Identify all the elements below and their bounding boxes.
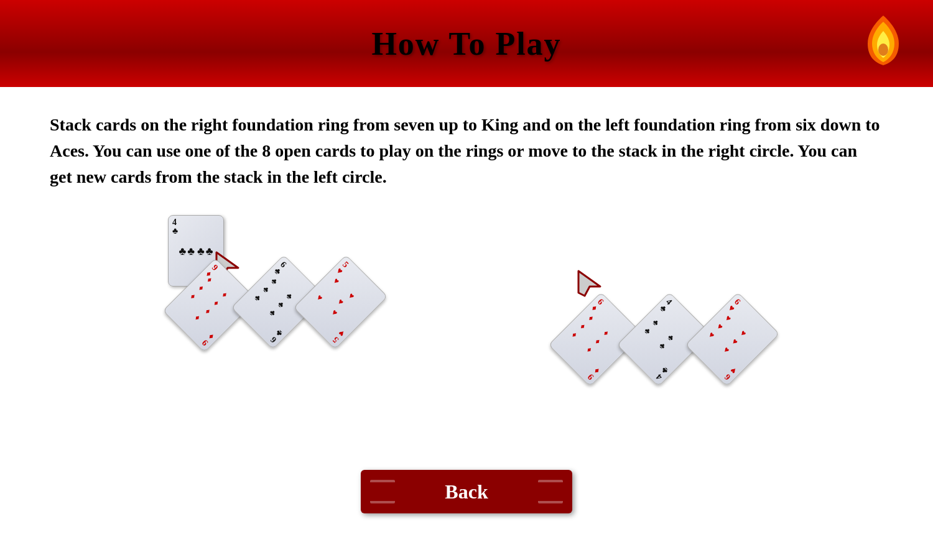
card-rank-top: 6♦ bbox=[590, 297, 605, 313]
instructions-text: Stack cards on the right foundation ring… bbox=[50, 112, 883, 190]
main-content: Stack cards on the right foundation ring… bbox=[0, 87, 933, 526]
card-rank-bottom: 6♥ bbox=[722, 365, 738, 382]
cursor-arrow-right bbox=[572, 262, 610, 299]
card-rank-bottom: 6♣ bbox=[268, 328, 284, 344]
back-button-container: Back bbox=[50, 470, 883, 513]
svg-marker-2 bbox=[578, 271, 600, 296]
card-center-pips: ♦♦ ♦♦ ♦♦ ♦ bbox=[180, 275, 241, 336]
card-rank-top: 5♥ bbox=[335, 260, 351, 276]
card-center-pips: ♥♥ ♥♥ ♥♥ bbox=[706, 313, 758, 365]
svg-point-0 bbox=[878, 44, 888, 56]
card-rank-top: 6♣ bbox=[272, 260, 289, 276]
page-title: How To Play bbox=[371, 25, 561, 62]
card-rank-bottom: 5♥ bbox=[330, 328, 346, 344]
flame-icon bbox=[858, 12, 908, 68]
card-5-hearts-left: 5♥ ♥♥ ♥ ♥♥ 5♥ bbox=[293, 255, 388, 349]
card-rank-top: 4♣ bbox=[658, 297, 674, 313]
cards-area: 4♣ ♣♣ ♣♣ 4♣ 9♦ ♦♦ ♦♦ ♦♦ ♦ 9♦ bbox=[50, 203, 883, 464]
card-center-pips: ♣♣ ♣♣ ♣♣ bbox=[252, 276, 304, 328]
page-header: How To Play bbox=[0, 0, 933, 87]
card-center-pips: ♦♦ ♦♦ ♦♦ bbox=[569, 313, 621, 365]
back-button[interactable]: Back bbox=[361, 470, 572, 513]
card-center-pips: ♣♣ ♣♣ bbox=[642, 318, 686, 362]
card-rank-bottom: 4♣ bbox=[654, 365, 670, 381]
card-rank-bottom: 9♦ bbox=[586, 366, 601, 382]
card-6-hearts-right: 6♥ ♥♥ ♥♥ ♥♥ 6♥ bbox=[685, 292, 779, 387]
card-center-pips: ♣♣ ♣♣ bbox=[177, 244, 215, 257]
card-rank-top: 4♣ bbox=[172, 218, 178, 236]
card-center-pips: ♥♥ ♥ ♥♥ bbox=[314, 276, 366, 328]
card-rank-top: 6♥ bbox=[726, 297, 743, 313]
